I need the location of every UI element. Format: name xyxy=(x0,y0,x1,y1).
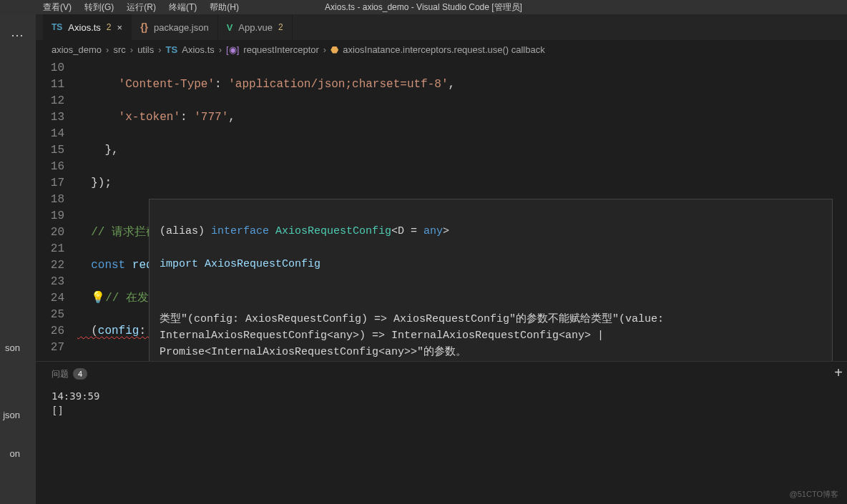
terminal-output: 14:39:59 [] xyxy=(36,386,847,420)
breadcrumb[interactable]: axios_demo › src › utils › TS Axios.ts ›… xyxy=(36,40,847,59)
crumb[interactable]: requestInterceptor xyxy=(243,44,319,55)
tab-problem-badge: 2 xyxy=(107,22,112,32)
menu-help[interactable]: 帮助(H) xyxy=(210,1,239,14)
chevron-right-icon: › xyxy=(158,44,161,55)
tab-axios[interactable]: TS Axios.ts 2 × xyxy=(43,14,132,40)
tab-problem-badge: 2 xyxy=(278,22,283,32)
problems-count-badge: 4 xyxy=(73,368,87,380)
crumb[interactable]: utils xyxy=(137,44,154,55)
menu-run[interactable]: 运行(R) xyxy=(127,1,156,14)
window-title: Axios.ts - axios_demo - Visual Studio Co… xyxy=(325,1,522,14)
tab-label: Axios.ts xyxy=(68,22,101,33)
chevron-right-icon: › xyxy=(130,44,133,55)
editor-content[interactable]: 'Content-Type': 'application/json;charse… xyxy=(77,59,847,361)
json-icon: {} xyxy=(140,21,148,33)
crumb[interactable]: axiosInatance.interceptors.request.use()… xyxy=(343,44,545,55)
tab-package[interactable]: {} package.json xyxy=(132,14,218,40)
crumb[interactable]: Axios.ts xyxy=(182,44,215,55)
overflow-icon[interactable]: ⋯ xyxy=(11,27,25,43)
add-icon[interactable]: + xyxy=(834,365,843,381)
tab-label: package.json xyxy=(154,22,209,33)
chevron-right-icon: › xyxy=(219,44,222,55)
tab-appvue[interactable]: V App.vue 2 xyxy=(218,14,293,40)
lightbulb-icon[interactable]: 💡 xyxy=(77,292,105,305)
watermark: @51CTO博客 xyxy=(790,489,838,500)
typescript-icon: TS xyxy=(166,44,178,55)
menu-goto[interactable]: 转到(G) xyxy=(84,1,114,14)
chevron-right-icon: › xyxy=(106,44,109,55)
editor-tabs: TS Axios.ts 2 × {} package.json V App.vu… xyxy=(36,14,847,40)
sidebar-fragment: son json on xyxy=(0,336,21,466)
hover-tooltip: (alias) interface AxiosRequestConfig<D =… xyxy=(149,199,833,361)
crumb[interactable]: src xyxy=(113,44,125,55)
chevron-right-icon: › xyxy=(323,44,326,55)
menu-view[interactable]: 查看(V) xyxy=(43,1,72,14)
close-icon[interactable]: × xyxy=(117,22,123,33)
typescript-icon: TS xyxy=(52,22,62,32)
crumb[interactable]: axios_demo xyxy=(52,44,102,55)
error-message: 类型"(config: AxiosRequestConfig) => Axios… xyxy=(160,311,822,361)
panel-tab-problems[interactable]: 问题 4 xyxy=(52,368,87,380)
menu-terminal[interactable]: 终端(T) xyxy=(169,1,197,14)
vue-icon: V xyxy=(227,22,233,33)
symbol-method-icon: ⬣ xyxy=(331,44,338,55)
tab-label: App.vue xyxy=(238,22,273,33)
bottom-panel: 问题 4 14:39:59 [] xyxy=(36,361,847,504)
line-gutter: 10 11 12 13 14 15 16 17 18 19 20 21 22 2… xyxy=(36,59,77,361)
menu-bar: 查看(V) 转到(G) 运行(R) 终端(T) 帮助(H) Axios.ts -… xyxy=(0,0,847,14)
symbol-icon: [◉] xyxy=(226,44,239,55)
